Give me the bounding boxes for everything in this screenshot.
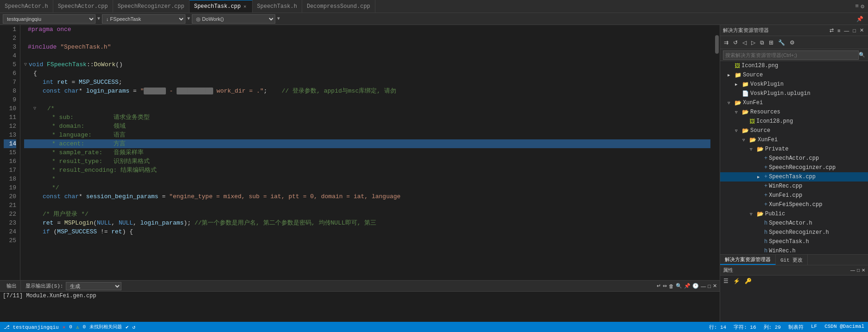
tree-item-source-top[interactable]: ▶ 📁 Source — [720, 70, 868, 80]
error-count[interactable]: 0 — [69, 324, 72, 330]
output-maximize-btn[interactable]: □ — [708, 283, 711, 289]
code-area[interactable]: #pragma once #include "SpeechTask.h" ▽ v… — [20, 25, 714, 280]
tree-item-icon128[interactable]: 🖼 Icon128.png — [720, 61, 868, 70]
scope-select[interactable]: testquanjingqiu — [3, 14, 95, 24]
tree-item-voskplugin-uplugin[interactable]: 📄 VoskPlugin.uplugin — [720, 89, 868, 98]
code-line-4 — [24, 51, 710, 60]
refresh-icon[interactable]: ↺ — [133, 324, 136, 330]
status-line[interactable]: 行: 14 — [709, 324, 726, 331]
tree-label: Icon128.png — [741, 63, 778, 69]
scrollbar-thumb[interactable] — [715, 35, 719, 54]
properties-content: ☰ ⚡ 🔑 — [720, 276, 868, 322]
status-lineend[interactable]: 制表符 — [788, 324, 804, 331]
issue-indicator[interactable]: 未找到相关问题 — [89, 324, 122, 330]
fold-btn-5[interactable]: ▽ — [24, 60, 27, 69]
function-select[interactable]: ↓ FSpeechTask — [102, 14, 185, 24]
tab-speechtask-cpp[interactable]: SpeechTask.cpp ✕ — [190, 0, 253, 13]
tree-item-source-xunfei[interactable]: ▽ 📂 Source — [720, 126, 868, 135]
folder-icon: 📂 — [757, 146, 764, 153]
tab-solution-explorer[interactable]: 解决方案资源管理器 — [720, 255, 776, 265]
code-line-8: const char * login_params = "████ - ████… — [24, 87, 710, 95]
tab-decompresssound-cpp[interactable]: DecompressSound.cpp — [302, 0, 375, 13]
git-branch[interactable]: ⎇ testquanjingqiu — [4, 324, 59, 330]
se-properties-btn[interactable]: ≡ — [836, 27, 842, 34]
tree-item-speechtask-cpp[interactable]: ▶ + SpeechTask.cpp — [720, 172, 868, 182]
output-newline-btn[interactable]: ↵ — [657, 283, 661, 289]
prop-btn-2[interactable]: ⚡ — [732, 277, 741, 285]
line-numbers: 1 2 3 4 5 6 7 8 9 10 11 12 13 14 15 16 1… — [0, 25, 20, 280]
se-tb-btn4[interactable]: ▷ — [749, 38, 757, 47]
se-sync-btn[interactable]: ⇄ — [828, 27, 835, 34]
code-line-18: * — [24, 175, 710, 183]
tree-item-xunfei-cpp[interactable]: + XunFei.cpp — [720, 191, 868, 200]
png-icon: 🖼 — [735, 63, 740, 69]
status-encoding[interactable]: LF — [811, 324, 817, 331]
tab-close-icon[interactable]: ✕ — [243, 3, 247, 10]
se-tb-btn2[interactable]: ↺ — [731, 38, 740, 47]
output-wrap-btn[interactable]: ⇔ — [663, 283, 667, 289]
prop-close-btn[interactable]: ✕ — [862, 268, 865, 273]
output-minimize-btn[interactable]: — — [701, 283, 706, 289]
tree-item-winrec-h[interactable]: h WinRec.h — [720, 246, 868, 254]
se-tree-view[interactable]: 🖼 Icon128.png ▶ 📁 Source ▶ 📁 VoskPlugin — [720, 61, 868, 254]
output-find-btn[interactable]: 🔍 — [676, 283, 682, 289]
se-minimize-btn[interactable]: □ — [851, 27, 857, 34]
se-tb-btn1[interactable]: ⇉ — [722, 38, 730, 47]
tree-item-public[interactable]: ▽ 📂 Public — [720, 209, 868, 219]
code-line-15: * sample_rate: 音频采样率 — [24, 148, 710, 157]
editor-scrollbar[interactable] — [714, 25, 720, 280]
tree-item-xunfei[interactable]: ▽ 📂 XunFei — [720, 98, 868, 107]
tree-item-winrec-cpp[interactable]: + WinRec.cpp — [720, 182, 868, 191]
tree-item-private[interactable]: ▽ 📂 Private — [720, 144, 868, 154]
se-tb-btn3[interactable]: ◁ — [741, 38, 748, 47]
status-col[interactable]: 列: 29 — [764, 324, 781, 331]
se-close-btn[interactable]: ✕ — [858, 27, 865, 34]
se-tb-btn6[interactable]: ⊞ — [767, 38, 775, 47]
tree-label: Resources — [750, 109, 780, 115]
tab-speechrecoginzer-cpp[interactable]: SpeechRecoginzer.cpp — [113, 0, 190, 13]
status-char[interactable]: 字符: 16 — [734, 324, 756, 331]
tree-item-xunfeispeech-cpp[interactable]: + XunFeiSpeech.cpp — [720, 200, 868, 209]
tree-item-speechactor-h[interactable]: h SpeechActor.h — [720, 219, 868, 228]
output-tab[interactable]: 输出 — [3, 281, 21, 291]
output-close-btn[interactable]: 🕐 — [692, 283, 699, 289]
scope-arrow-icon: ▼ — [97, 16, 100, 21]
output-pin-btn[interactable]: 📌 — [684, 283, 691, 289]
status-left: ⎇ testquanjingqiu ✕ 0 ⚠ 0 未找到相关问题 ✔ ↺ — [4, 324, 135, 330]
prop-maximize-btn[interactable]: □ — [857, 268, 860, 273]
pin-button[interactable]: 📌 — [855, 15, 865, 23]
tree-item-resources[interactable]: ▽ 📂 Resources — [720, 107, 868, 117]
tree-item-xunfei-sub[interactable]: ▽ 📂 XunFei — [720, 135, 868, 144]
tab-speechactor-cpp[interactable]: SpeechActor.cpp — [53, 0, 113, 13]
tree-item-icon128-2[interactable]: 🖼 Icon128.png — [720, 117, 868, 126]
se-tb-btn7[interactable]: 🔧 — [776, 38, 787, 47]
prop-minimize-btn[interactable]: — — [850, 268, 855, 273]
tree-item-speechrecoginzer-h[interactable]: h SpeechRecoginzer.h — [720, 228, 868, 237]
warning-count[interactable]: 0 — [83, 324, 86, 330]
prop-btn-1[interactable]: ☰ — [722, 277, 730, 285]
se-pin-btn[interactable]: — — [843, 27, 850, 34]
tree-item-voskplugin[interactable]: ▶ 📁 VoskPlugin — [720, 80, 868, 89]
tab-settings-icon[interactable]: ⚙ — [861, 3, 864, 10]
output-source-select[interactable]: 生成 — [66, 282, 121, 290]
tab-speechactor-h[interactable]: SpeechActor.h — [0, 0, 53, 13]
tree-item-speechrecoginzer-cpp[interactable]: + SpeechRecoginzer.cpp — [720, 163, 868, 172]
method-select[interactable]: ◎ DoWork() — [192, 14, 275, 24]
tab-speechtask-h[interactable]: SpeechTask.h — [253, 0, 302, 13]
se-tb-settings[interactable]: ⚙ — [788, 38, 797, 47]
se-tb-btn5[interactable]: ⧉ — [758, 38, 766, 47]
se-search-icon[interactable]: 🔍 — [859, 52, 865, 58]
tab-overflow-icon[interactable]: ≡ — [855, 3, 859, 10]
tree-item-speechactor-cpp[interactable]: + SpeechActor.cpp — [720, 154, 868, 163]
code-line-21 — [24, 201, 710, 210]
fold-btn-10[interactable]: ▽ — [33, 104, 36, 113]
output-clear-btn[interactable]: 🗑 — [669, 283, 674, 289]
se-search-input[interactable] — [723, 50, 859, 60]
output-x-btn[interactable]: ✕ — [713, 283, 717, 289]
prop-btn-3[interactable]: 🔑 — [743, 277, 753, 285]
tab-git-changes[interactable]: Git 更改 — [776, 255, 808, 265]
cpp-icon: + — [764, 201, 767, 208]
tab-label: SpeechActor.cpp — [58, 3, 108, 10]
tree-item-speechtask-h[interactable]: h SpeechTask.h — [720, 237, 868, 246]
tab-label: SpeechRecoginzer.cpp — [118, 3, 184, 10]
